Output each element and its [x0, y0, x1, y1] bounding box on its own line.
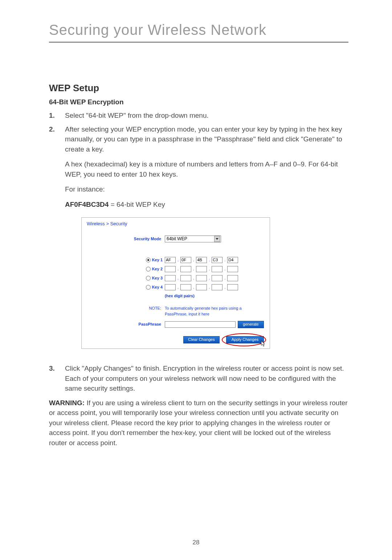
passphrase-input[interactable] — [165, 321, 236, 328]
breadcrumb: Wireless > Security — [87, 221, 265, 227]
hex-dot: . — [224, 285, 225, 290]
key-1-hex-4[interactable]: C3 — [212, 257, 222, 263]
key-3-hex-2[interactable] — [180, 275, 191, 281]
key-1-hex-3[interactable]: 4B — [196, 257, 207, 263]
note-row: NOTE: To automatically generate hex pair… — [87, 306, 265, 317]
cursor-icon — [261, 341, 266, 347]
hex-dot: . — [209, 266, 210, 272]
key-4-label: Key 4 — [152, 285, 163, 290]
sub-heading: 64-Bit WEP Encryption — [49, 98, 348, 106]
step-1-text: Select "64-bit WEP" from the drop-down m… — [65, 110, 348, 121]
key-3-label: Key 3 — [152, 275, 163, 281]
key-4-radio[interactable] — [146, 285, 151, 290]
warning-label: WARNING: — [49, 399, 85, 407]
step-2-para3: For instance: — [65, 184, 348, 194]
key-4-hex-2[interactable] — [180, 284, 191, 290]
key-1-hex-5[interactable]: D4 — [227, 257, 238, 263]
step-2-para2: A hex (hexadecimal) key is a mixture of … — [65, 159, 348, 179]
step-3-number: 3. — [49, 363, 65, 374]
hex-dot: . — [209, 285, 210, 290]
generate-button[interactable]: generate — [238, 321, 264, 328]
security-mode-label: Security Mode — [87, 236, 165, 242]
key-4-hex-4[interactable] — [212, 284, 222, 290]
step-1-number: 1. — [49, 110, 65, 121]
key-1-label: Key 1 — [152, 257, 163, 263]
security-mode-select[interactable]: 64bit WEP — [165, 235, 221, 242]
hex-dot: . — [193, 275, 194, 281]
hex-dot: . — [177, 266, 179, 272]
key-3-row: Key 3 . . . . — [87, 275, 265, 281]
key-3-hex-1[interactable] — [165, 275, 176, 281]
step-2-text: After selecting your WEP encryption mode… — [65, 124, 348, 154]
key-2-hex-3[interactable] — [196, 266, 207, 272]
key-3-hex-5[interactable] — [227, 275, 238, 281]
key-2-hex-5[interactable] — [227, 266, 238, 272]
hex-dot: . — [209, 257, 210, 263]
hex-dot: . — [209, 275, 210, 281]
key-3-hex-4[interactable] — [212, 275, 222, 281]
chevron-down-icon[interactable] — [214, 236, 220, 242]
hex-dot: . — [193, 266, 194, 272]
key-2-radio[interactable] — [146, 267, 151, 271]
section-heading: WEP Setup — [49, 82, 348, 94]
key-4-row: Key 4 . . . . — [87, 284, 265, 290]
key-1-hex-2[interactable]: 0F — [180, 257, 191, 263]
hex-dot: . — [224, 266, 225, 272]
hex-dot: . — [177, 285, 179, 290]
hex-dot: . — [193, 285, 194, 290]
note-text: To automatically generate hex pairs usin… — [165, 306, 257, 317]
hex-dot: . — [224, 275, 225, 281]
clear-changes-button[interactable]: Clear Changes — [183, 336, 220, 343]
wep-key-line: AF0F4BC3D4 = 64-bit WEP Key — [65, 200, 348, 210]
wep-key-code: AF0F4BC3D4 — [65, 201, 109, 208]
warning-paragraph: WARNING: If you are using a wireless cli… — [49, 398, 348, 448]
key-1-radio[interactable] — [146, 258, 151, 262]
hex-dot: . — [193, 257, 194, 263]
key-2-row: Key 2 . . . . — [87, 266, 265, 272]
wep-key-desc: = 64-bit WEP Key — [109, 201, 165, 208]
key-2-hex-1[interactable] — [165, 266, 176, 272]
apply-changes-button[interactable]: Apply Changes — [226, 336, 264, 343]
page-title: Securing your Wireless Network — [49, 22, 348, 43]
key-2-hex-2[interactable] — [180, 266, 191, 272]
key-3-hex-3[interactable] — [196, 275, 207, 281]
key-2-label: Key 2 — [152, 266, 163, 272]
security-panel: Wireless > Security Security Mode 64bit … — [81, 217, 270, 349]
key-2-hex-4[interactable] — [212, 266, 222, 272]
hex-pairs-note: (hex digit pairs) — [165, 293, 265, 299]
warning-text: If you are using a wireless client to tu… — [49, 399, 348, 447]
step-3-text: Click "Apply Changes" to finish. Encrypt… — [65, 363, 348, 394]
passphrase-label: PassPhrase — [87, 322, 165, 327]
step-1: 1. Select "64-bit WEP" from the drop-dow… — [49, 110, 348, 121]
hex-dot: . — [224, 257, 225, 263]
key-4-hex-3[interactable] — [196, 284, 207, 290]
step-2: 2. After selecting your WEP encryption m… — [49, 124, 348, 360]
key-1-hex-1[interactable]: AF — [165, 257, 176, 263]
key-4-hex-5[interactable] — [227, 284, 238, 290]
page-number: 28 — [0, 539, 392, 546]
security-mode-value: 64bit WEP — [167, 236, 187, 242]
note-label: NOTE: — [87, 306, 165, 317]
key-3-radio[interactable] — [146, 276, 151, 281]
step-3: 3. Click "Apply Changes" to finish. Encr… — [49, 363, 348, 394]
hex-dot: . — [177, 275, 179, 281]
hex-dot: . — [177, 257, 179, 263]
key-1-row: Key 1 AF. 0F. 4B. C3. D4 — [87, 257, 265, 263]
key-4-hex-1[interactable] — [165, 284, 176, 290]
step-2-number: 2. — [49, 124, 65, 134]
